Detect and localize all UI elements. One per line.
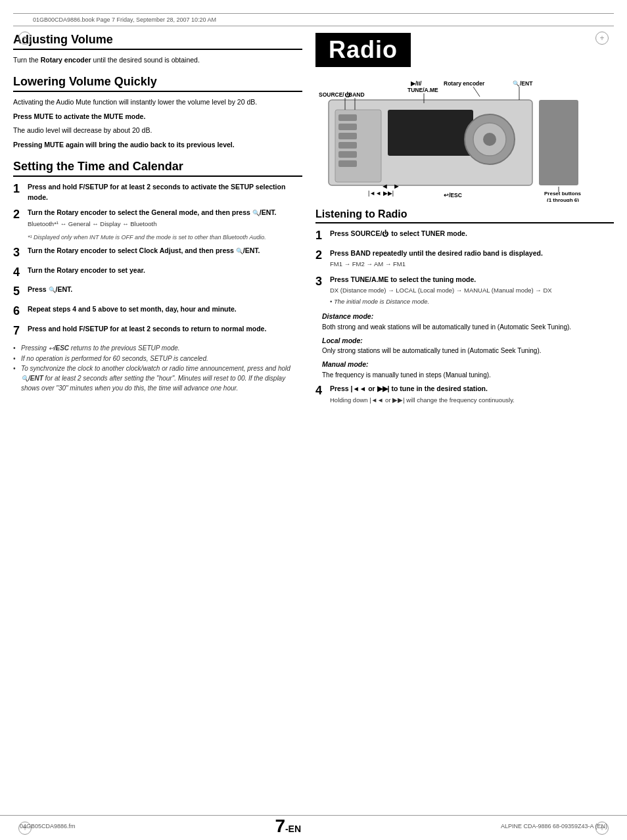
step-3-content: Turn the Rotary encoder to select Clock … — [28, 246, 302, 256]
step-5: 5 Press 🔍/ENT. — [13, 285, 302, 299]
radio-step-3-text: Press TUNE/A.ME to select the tuning mod… — [330, 275, 476, 283]
lowering-volume-step2: Pressing MUTE again will bring the audio… — [13, 140, 302, 151]
step-3-number: 3 — [13, 246, 28, 260]
lowering-volume-intro: Activating the Audio Mute function will … — [13, 97, 302, 108]
radio-title: Radio — [315, 33, 411, 67]
footer-left-text: 04GB05CDA9886.fm — [20, 823, 76, 829]
radio-step-3-subnote: • The initial mode is Distance mode. — [330, 297, 614, 306]
svg-text:|◄◄   ▶▶|: |◄◄ ▶▶| — [368, 190, 394, 197]
adjusting-volume-body: Turn the Rotary encoder until the desire… — [13, 55, 302, 66]
radio-step-1-number: 1 — [315, 229, 330, 243]
adjusting-volume-section: Adjusting Volume Turn the Rotary encoder… — [13, 33, 302, 66]
local-mode: Local mode: Only strong stations will be… — [315, 336, 614, 356]
distance-mode-label: Distance mode: — [322, 312, 373, 320]
svg-text:▶/II/: ▶/II/ — [411, 80, 422, 87]
step-1-number: 1 — [13, 182, 28, 197]
footer-page-suffix: -EN — [285, 824, 301, 834]
radio-step-2-text: Press BAND repeatedly until the desired … — [330, 249, 543, 257]
bullet-1: Pressing ↩/ESC returns to the previous S… — [13, 343, 302, 354]
svg-text:SOURCE/⏻: SOURCE/⏻ — [319, 91, 350, 98]
step-1: 1 Press and hold F/SETUP for at least 2 … — [13, 182, 302, 203]
step-6-text: Repeat steps 4 and 5 above to set month,… — [28, 305, 237, 313]
svg-text:↩/ESC: ↩/ESC — [444, 192, 462, 198]
diagram-container: ◄ ► |◄◄ ▶▶| SOURCE/⏻ BAND Rotary encoder… — [315, 74, 614, 203]
listening-radio-section: Listening to Radio 1 Press SOURCE/⏻ to s… — [315, 208, 614, 405]
step-3: 3 Turn the Rotary encoder to select Cloc… — [13, 246, 302, 260]
step-5-content: Press 🔍/ENT. — [28, 285, 302, 295]
manual-mode: Manual mode: The frequency is manually t… — [315, 360, 614, 380]
step-6-number: 6 — [13, 304, 28, 319]
step-4-content: Turn the Rotary encoder to set year. — [28, 266, 302, 276]
svg-rect-1 — [388, 110, 473, 156]
svg-text:Preset buttons: Preset buttons — [544, 191, 582, 197]
footer-right-text: ALPINE CDA-9886 68-09359Z43-A (EN) — [501, 823, 607, 829]
footer: 04GB05CDA9886.fm 7-EN ALPINE CDA-9886 68… — [0, 815, 627, 837]
header-text: 01GB00CDA9886.book Page 7 Friday, Septem… — [33, 16, 216, 23]
setting-time-section: Setting the Time and Calendar 1 Press an… — [13, 160, 302, 393]
svg-rect-3 — [338, 114, 357, 121]
svg-rect-4 — [338, 124, 357, 130]
step-7-text: Press and hold F/SETUP for at least 2 se… — [28, 325, 266, 333]
svg-text:BAND: BAND — [348, 91, 365, 98]
adjusting-volume-title: Adjusting Volume — [13, 33, 302, 50]
svg-text:◄: ◄ — [381, 182, 388, 190]
radio-step-3-note: DX (Distance mode) → LOCAL (Local mode) … — [330, 286, 614, 295]
radio-step-3-number: 3 — [315, 275, 330, 289]
step-1-content: Press and hold F/SETUP for at least 2 se… — [28, 182, 302, 203]
footer-page-block: 7-EN — [275, 816, 301, 837]
radio-step-3: 3 Press TUNE/A.ME to select the tuning m… — [315, 275, 614, 306]
header-bar: 01GB00CDA9886.book Page 7 Friday, Septem… — [13, 13, 614, 26]
corner-mark-tl — [18, 32, 32, 45]
svg-text:TUNE/A.ME: TUNE/A.ME — [407, 87, 438, 93]
local-mode-text: Only strong stations will be automatical… — [322, 347, 542, 354]
radio-step-1: 1 Press SOURCE/⏻ to select TUNER mode. — [315, 229, 614, 243]
svg-text:Rotary encoder: Rotary encoder — [444, 80, 485, 87]
device-diagram-svg: ◄ ► |◄◄ ▶▶| SOURCE/⏻ BAND Rotary encoder… — [315, 74, 592, 202]
svg-rect-6 — [338, 142, 357, 149]
left-column: Adjusting Volume Turn the Rotary encoder… — [13, 33, 302, 414]
local-mode-label: Local mode: — [322, 337, 363, 344]
lowering-volume-step1: Press MUTE to activate the MUTE mode. — [13, 112, 302, 122]
setting-time-title: Setting the Time and Calendar — [13, 160, 302, 177]
svg-rect-8 — [338, 160, 357, 167]
step-7-content: Press and hold F/SETUP for at least 2 se… — [28, 324, 302, 335]
step-2: 2 Turn the Rotary encoder to select the … — [13, 208, 302, 229]
step-4-number: 4 — [13, 266, 28, 280]
step-2-text: Turn the Rotary encoder to select the Ge… — [28, 208, 276, 216]
svg-rect-5 — [338, 133, 357, 139]
radio-step-4: 4 Press |◄◄ or ▶▶| to tune in the desire… — [315, 384, 614, 405]
step-1-text: Press and hold F/SETUP for at least 2 se… — [28, 183, 285, 201]
svg-line-21 — [473, 87, 480, 97]
step-5-number: 5 — [13, 285, 28, 299]
setting-time-bullets: Pressing ↩/ESC returns to the previous S… — [13, 343, 302, 393]
step-6: 6 Repeat steps 4 and 5 above to set mont… — [13, 304, 302, 319]
distance-mode-text: Both strong and weak stations will be au… — [322, 323, 571, 331]
lowering-volume-step1-note: The audio level will decrease by about 2… — [13, 126, 302, 136]
radio-step-4-text: Press |◄◄ or ▶▶| to tune in the desired … — [330, 385, 488, 392]
step-7: 7 Press and hold F/SETUP for at least 2 … — [13, 324, 302, 338]
radio-step-4-content: Press |◄◄ or ▶▶| to tune in the desired … — [330, 384, 614, 405]
radio-step-2-number: 2 — [315, 248, 330, 263]
radio-step-1-text: Press SOURCE/⏻ to select TUNER mode. — [330, 229, 467, 237]
svg-rect-12 — [539, 100, 578, 185]
svg-point-11 — [483, 133, 496, 146]
bullet-3: To synchronize the clock to another cloc… — [13, 363, 302, 394]
manual-mode-text: The frequency is manually tuned in steps… — [322, 371, 491, 379]
lowering-volume-section: Lowering Volume Quickly Activating the A… — [13, 75, 302, 151]
main-content: Adjusting Volume Turn the Rotary encoder… — [0, 26, 627, 421]
radio-step-1-content: Press SOURCE/⏻ to select TUNER mode. — [330, 229, 614, 239]
svg-text:🔍/ENT: 🔍/ENT — [513, 80, 533, 87]
svg-rect-7 — [338, 151, 357, 158]
step-6-content: Repeat steps 4 and 5 above to set month,… — [28, 304, 302, 315]
step-4: 4 Turn the Rotary encoder to set year. — [13, 266, 302, 280]
rotary-encoder-bold: Rotary encoder — [41, 56, 91, 64]
step-2-footnote: *¹ Displayed only when INT Mute is OFF a… — [28, 234, 302, 241]
distance-mode: Distance mode: Both strong and weak stat… — [315, 312, 614, 332]
corner-mark-tr — [595, 32, 609, 45]
right-column: Radio — [315, 33, 614, 414]
radio-step-3-content: Press TUNE/A.ME to select the tuning mod… — [330, 275, 614, 306]
lowering-volume-title: Lowering Volume Quickly — [13, 75, 302, 92]
svg-text:►: ► — [393, 182, 400, 190]
step-5-text: Press 🔍/ENT. — [28, 285, 72, 293]
radio-step-4-number: 4 — [315, 384, 330, 398]
